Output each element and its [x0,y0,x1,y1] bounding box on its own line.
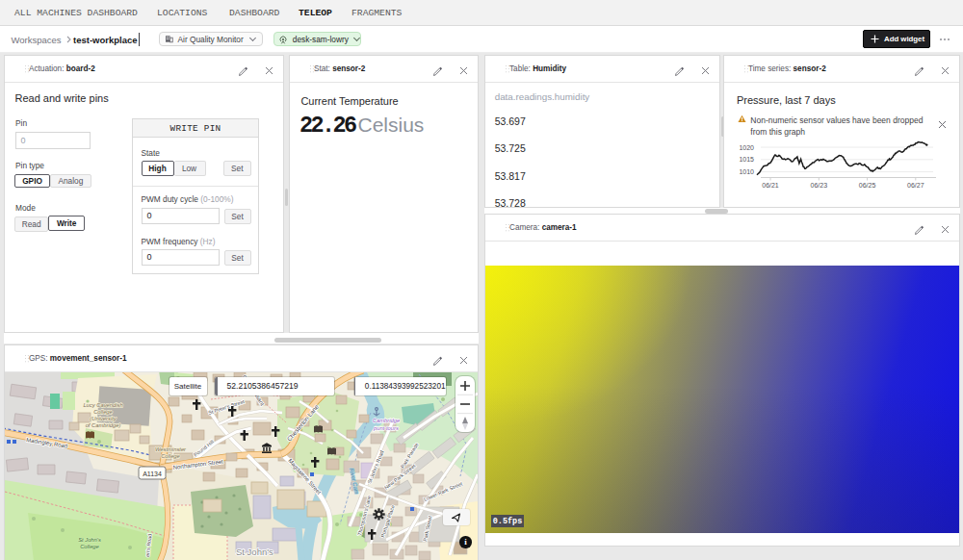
svg-text:1010: 1010 [739,168,754,175]
svg-text:Cambridge: Cambridge [373,418,401,423]
svg-text:College: College [93,409,113,415]
svg-text:A1134: A1134 [143,471,162,477]
svg-text:(University: (University [90,416,117,421]
svg-text:06/27: 06/27 [907,182,924,189]
svg-text:St John's: St John's [236,547,273,557]
svg-text:punt tours: punt tours [373,425,399,431]
svg-text:of Cambridge): of Cambridge) [86,422,121,428]
svg-text:06/21: 06/21 [762,182,779,189]
svg-text:1020: 1020 [739,144,754,151]
svg-text:College: College [80,544,99,549]
svg-text:St John's: St John's [78,537,101,543]
svg-text:Westminster: Westminster [155,446,187,452]
svg-text:1015: 1015 [739,156,754,163]
svg-text:06/25: 06/25 [859,182,876,189]
svg-text:06/23: 06/23 [811,182,828,189]
svg-text:College: College [161,453,180,459]
svg-text:Lucy Cavendish: Lucy Cavendish [83,402,122,408]
